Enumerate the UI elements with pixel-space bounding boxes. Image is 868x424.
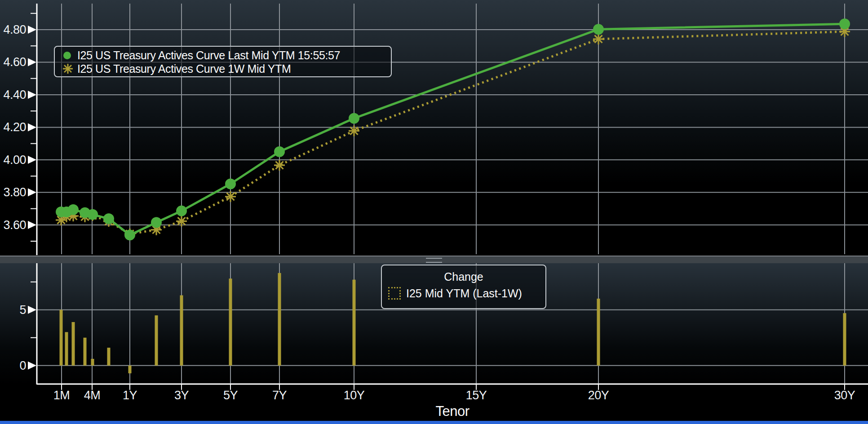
change-bar-3Y (180, 295, 183, 365)
last-marker-4M (87, 209, 98, 220)
x-label-10Y: 10Y (344, 389, 365, 402)
change-bar-20Y (597, 299, 600, 366)
last-marker-6M (103, 213, 114, 224)
change-bar-5Y (229, 278, 232, 366)
last-marker-20Y (593, 24, 604, 35)
last-marker-5Y (225, 178, 236, 189)
last-marker-1Y (124, 230, 135, 240)
curve-legend[interactable]: I25 US Treasury Actives Curve Last Mid Y… (54, 46, 392, 77)
y-label-3.80: 3.80 (3, 186, 26, 199)
wk1-marker-5Y (225, 191, 236, 202)
y-label-3.60: 3.60 (3, 218, 26, 232)
yield-curve-window: 4.804.604.404.204.003.803.60501M4M1Y3Y5Y… (0, 0, 868, 424)
change-bar-30Y (843, 313, 846, 366)
y-label-4.20: 4.20 (3, 120, 26, 134)
change-bar-4M (91, 359, 94, 366)
last-marker-7Y (274, 146, 285, 157)
wk1-marker-7Y (274, 160, 285, 171)
last-marker-30Y (839, 18, 850, 29)
change-legend-label: I25 Mid YTM (Last-1W) (406, 287, 522, 300)
x-axis-title: Tenor (396, 403, 509, 420)
change-legend-row: I25 Mid YTM (Last-1W) (386, 284, 541, 302)
x-label-5Y: 5Y (223, 389, 238, 402)
legend-row-1w: I25 US Treasury Actives Curve 1W Mid YTM (62, 62, 386, 75)
change-bar-3M (84, 338, 87, 366)
legend-row-last: I25 US Treasury Actives Curve Last Mid Y… (62, 49, 386, 62)
change-bar-6W (65, 332, 68, 365)
last-marker-2Y (151, 217, 162, 228)
wk1-marker-10Y (349, 125, 359, 136)
y-label-4.80: 4.80 (3, 23, 26, 36)
last-marker-2M (68, 204, 79, 215)
change-bar-1Y (128, 366, 132, 373)
y-label-4.00: 4.00 (3, 153, 26, 167)
x-label-1Y: 1Y (123, 389, 137, 402)
change-legend-title: Change (386, 268, 541, 284)
splitter-handle[interactable] (426, 258, 442, 263)
legend-label-last: I25 US Treasury Actives Curve Last Mid Y… (77, 49, 340, 62)
x-label-3Y: 3Y (174, 389, 189, 402)
wk1-marker-20Y (593, 34, 604, 44)
last-marker-3Y (176, 206, 187, 216)
x-label-1M: 1M (53, 389, 70, 402)
change-bar-2M (72, 322, 75, 366)
y-label-4.40: 4.40 (3, 88, 26, 102)
change-bar-6M (107, 348, 111, 366)
bottom-accent-bar (0, 421, 868, 424)
x-label-15Y: 15Y (466, 389, 487, 402)
last-marker-10Y (349, 113, 359, 124)
green-circle-marker-icon (62, 52, 77, 59)
wk1-marker-3Y (176, 216, 187, 226)
x-label-30Y: 30Y (834, 389, 855, 402)
change-bar-10Y (353, 280, 356, 366)
change-legend[interactable]: Change I25 Mid YTM (Last-1W) (381, 265, 546, 309)
legend-label-1w: I25 US Treasury Actives Curve 1W Mid YTM (77, 62, 291, 75)
change-y-label-0: 0 (19, 359, 26, 372)
change-bar-1M (60, 310, 63, 366)
dotted-square-marker-icon (388, 287, 401, 300)
panel-splitter[interactable] (0, 256, 868, 263)
x-label-20Y: 20Y (588, 389, 609, 402)
change-y-label-5: 5 (19, 303, 26, 317)
change-bar-2Y (155, 315, 158, 366)
x-label-7Y: 7Y (272, 389, 287, 402)
y-label-4.60: 4.60 (3, 55, 26, 69)
olive-asterisk-marker-icon (62, 63, 77, 75)
x-label-4M: 4M (84, 389, 101, 402)
change-bar-7Y (278, 273, 281, 366)
